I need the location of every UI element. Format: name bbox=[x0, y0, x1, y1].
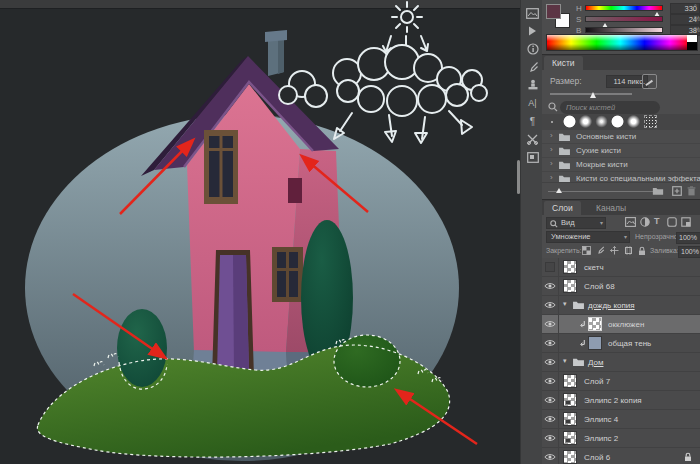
paragraph-panel-icon[interactable]: ¶ bbox=[524, 113, 541, 129]
layer-row[interactable]: Эллипс 2 bbox=[542, 429, 700, 448]
filter-adjustment-layers-icon[interactable] bbox=[640, 217, 650, 227]
layer-name[interactable]: Эллипс 2 bbox=[584, 434, 618, 443]
filter-shape-layers-icon[interactable] bbox=[667, 217, 677, 227]
blend-mode-dropdown[interactable]: Умножение ▾ bbox=[546, 231, 630, 243]
layer-name[interactable]: скетч bbox=[584, 263, 604, 272]
layer-name[interactable]: Эллипс 4 bbox=[584, 415, 618, 424]
filter-type-layers-icon[interactable]: T bbox=[654, 216, 660, 226]
opacity-value[interactable]: 100% bbox=[676, 232, 700, 244]
canvas-area[interactable] bbox=[0, 0, 520, 464]
layer-thumbnail[interactable] bbox=[563, 431, 577, 445]
brush-folder-row[interactable]: › Сухие кисти bbox=[542, 143, 700, 157]
layer-name[interactable]: общая тень bbox=[608, 339, 651, 348]
chevron-down-icon[interactable]: ▾ bbox=[563, 300, 567, 308]
saturation-slider[interactable] bbox=[585, 16, 663, 22]
brush-preset-softer-round[interactable] bbox=[594, 114, 609, 129]
layer-thumbnail[interactable] bbox=[588, 317, 602, 331]
brush-folder-row[interactable]: › Кисти со специальными эффектами bbox=[542, 171, 700, 182]
layer-row[interactable]: общая тень bbox=[542, 334, 700, 353]
brightness-slider[interactable] bbox=[585, 27, 663, 33]
visibility-toggle[interactable] bbox=[542, 429, 559, 447]
layer-row[interactable]: Слой 6 bbox=[542, 448, 700, 464]
color-spectrum-ramp[interactable] bbox=[546, 34, 698, 51]
layer-group-row[interactable]: ▾ Дом bbox=[542, 353, 700, 372]
info-panel-icon[interactable] bbox=[524, 41, 541, 57]
new-folder-button[interactable] bbox=[652, 186, 664, 196]
layer-thumbnail[interactable] bbox=[563, 279, 577, 293]
brush-folder-name[interactable]: Основные кисти bbox=[576, 132, 636, 141]
layer-thumbnail[interactable] bbox=[563, 450, 577, 464]
lock-all-icon[interactable] bbox=[638, 246, 646, 256]
visibility-toggle[interactable] bbox=[542, 334, 559, 352]
tab-layers[interactable]: Слои bbox=[544, 201, 581, 216]
brush-preset-textured[interactable] bbox=[645, 116, 656, 127]
brush-preset-hard-round-2[interactable] bbox=[610, 114, 625, 129]
visibility-toggle[interactable] bbox=[542, 410, 559, 428]
filter-pixel-layers-icon[interactable] bbox=[625, 217, 636, 227]
snapshot-panel-icon[interactable] bbox=[524, 5, 541, 21]
layer-row[interactable]: Слой 68 bbox=[542, 277, 700, 296]
layer-name[interactable]: Слой 68 bbox=[584, 282, 615, 291]
tab-channels[interactable]: Каналы bbox=[588, 201, 634, 216]
layer-name[interactable]: Эллипс 2 копия bbox=[584, 396, 642, 405]
layer-name[interactable]: дождь копия bbox=[588, 301, 635, 310]
character-panel-icon[interactable]: A| bbox=[524, 95, 541, 111]
visibility-toggle[interactable] bbox=[542, 258, 559, 276]
brush-preset-soft-round-2[interactable] bbox=[626, 114, 641, 129]
trash-icon[interactable] bbox=[687, 186, 696, 196]
layer-row[interactable]: скетч bbox=[542, 258, 700, 277]
filter-smart-objects-icon[interactable] bbox=[681, 217, 691, 227]
lock-transparency-icon[interactable] bbox=[582, 246, 591, 255]
brush-folder-name[interactable]: Кисти со специальными эффектами bbox=[576, 174, 700, 182]
layer-name[interactable]: Слой 6 bbox=[584, 453, 610, 462]
brush-folder-row[interactable]: › Мокрые кисти bbox=[542, 157, 700, 171]
brush-preset-hard-round[interactable] bbox=[562, 114, 577, 129]
brush-folder-name[interactable]: Мокрые кисти bbox=[576, 160, 628, 169]
layer-thumbnail[interactable] bbox=[563, 412, 577, 426]
preview-size-slider[interactable] bbox=[548, 191, 660, 192]
lock-image-icon[interactable] bbox=[596, 246, 605, 255]
layer-group-row[interactable]: ▾ дождь копия bbox=[542, 296, 700, 315]
layer-name[interactable]: Дом bbox=[588, 358, 603, 367]
brush-preset-soft-round[interactable] bbox=[578, 114, 593, 129]
actions-panel-icon[interactable] bbox=[524, 23, 541, 39]
lock-position-icon[interactable] bbox=[610, 246, 619, 255]
layer-name[interactable]: Слой 7 bbox=[584, 377, 610, 386]
hue-slider[interactable] bbox=[585, 5, 663, 11]
brush-size-slider-thumb[interactable] bbox=[590, 92, 596, 98]
brush-search-input[interactable] bbox=[560, 101, 660, 114]
layer-name[interactable]: окклюжен bbox=[608, 320, 644, 329]
layer-thumbnail[interactable] bbox=[588, 336, 602, 350]
visibility-toggle[interactable] bbox=[542, 296, 559, 314]
visibility-toggle[interactable] bbox=[542, 353, 559, 371]
lock-artboard-icon[interactable] bbox=[624, 246, 633, 255]
preview-size-slider-thumb[interactable] bbox=[556, 188, 562, 193]
fill-value[interactable]: 100% bbox=[678, 246, 700, 258]
chevron-right-icon[interactable]: › bbox=[550, 159, 553, 168]
brush-size-slider[interactable] bbox=[550, 93, 632, 95]
brush-stroke-preview-toggle[interactable] bbox=[642, 74, 657, 89]
layer-row-selected[interactable]: окклюжен bbox=[542, 315, 700, 334]
chevron-down-icon[interactable]: ▾ bbox=[563, 357, 567, 365]
brush-settings-panel-icon[interactable] bbox=[524, 59, 541, 75]
layer-row[interactable]: Эллипс 2 копия bbox=[542, 391, 700, 410]
brush-folder-row[interactable]: › Основные кисти bbox=[542, 129, 700, 143]
layer-filter-dropdown[interactable]: Вид ▾ bbox=[546, 217, 606, 229]
visibility-toggle[interactable] bbox=[542, 372, 559, 390]
visibility-toggle[interactable] bbox=[542, 315, 559, 333]
layer-thumbnail[interactable] bbox=[563, 393, 577, 407]
chevron-right-icon[interactable]: › bbox=[550, 131, 553, 140]
libraries-panel-icon[interactable] bbox=[524, 149, 541, 165]
layer-row[interactable]: Слой 7 bbox=[542, 372, 700, 391]
chevron-right-icon[interactable]: › bbox=[550, 145, 553, 154]
visibility-toggle[interactable] bbox=[542, 448, 559, 464]
visibility-toggle[interactable] bbox=[542, 277, 559, 295]
layer-thumbnail[interactable] bbox=[563, 374, 577, 388]
layer-thumbnail[interactable] bbox=[563, 260, 577, 274]
tab-brushes[interactable]: Кисти bbox=[544, 56, 583, 71]
visibility-toggle[interactable] bbox=[542, 391, 559, 409]
brush-folder-name[interactable]: Сухие кисти bbox=[576, 146, 621, 155]
clone-source-panel-icon[interactable] bbox=[524, 77, 541, 93]
chevron-right-icon[interactable]: › bbox=[550, 173, 553, 182]
new-brush-button[interactable] bbox=[672, 186, 682, 196]
